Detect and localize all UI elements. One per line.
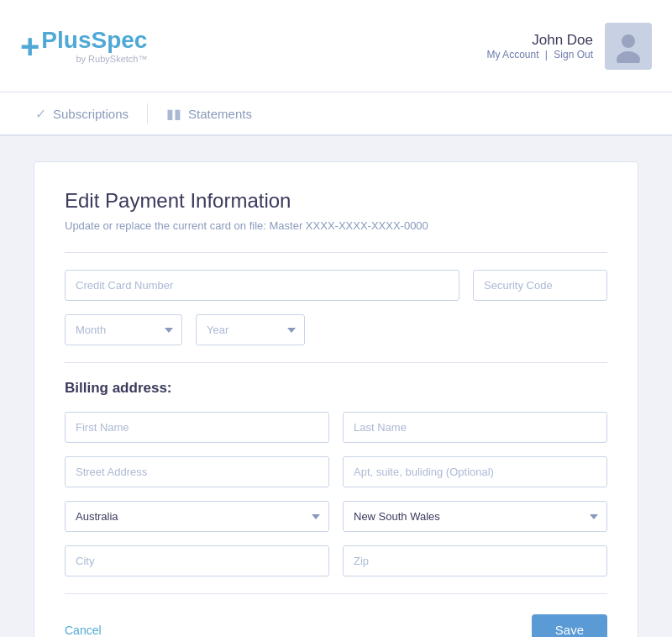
page-title: Edit Payment Information xyxy=(65,189,607,213)
month-group: Month January February March April May J… xyxy=(65,314,182,345)
year-select[interactable]: Year 2024 2025 2026 2027 2028 2029 xyxy=(196,314,305,345)
last-name-input[interactable] xyxy=(343,412,607,443)
month-select[interactable]: Month January February March April May J… xyxy=(65,314,182,345)
city-group xyxy=(65,545,329,576)
user-name: John Doe xyxy=(486,32,593,49)
card-number-row xyxy=(65,270,607,301)
name-row xyxy=(65,412,607,443)
tab-subscriptions-label: Subscriptions xyxy=(53,107,129,121)
security-code-input[interactable] xyxy=(473,270,607,301)
first-name-input[interactable] xyxy=(65,412,329,443)
form-container: Edit Payment Information Update or repla… xyxy=(34,161,638,637)
country-select[interactable]: Australia Other xyxy=(65,501,329,532)
apt-group xyxy=(343,456,607,487)
header: + PlusSpec by RubySketch™ John Doe My Ac… xyxy=(0,0,672,92)
first-name-group xyxy=(65,412,329,443)
section-divider-3 xyxy=(65,593,607,594)
user-info: John Doe My Account | Sign Out xyxy=(486,32,593,61)
billing-title: Billing address: xyxy=(65,380,607,397)
form-actions: Cancel Save xyxy=(65,614,607,637)
link-divider: | xyxy=(545,49,548,61)
section-divider-2 xyxy=(65,362,607,363)
city-zip-row xyxy=(65,545,607,576)
street-group xyxy=(65,456,329,487)
tab-statements-label: Statements xyxy=(188,107,252,121)
subscriptions-icon: ✓ xyxy=(35,106,46,122)
statements-icon: ▮▮ xyxy=(166,106,181,122)
main-content: Edit Payment Information Update or repla… xyxy=(0,136,672,637)
avatar xyxy=(605,23,652,70)
apt-input[interactable] xyxy=(343,456,607,487)
user-links: My Account | Sign Out xyxy=(486,49,593,61)
country-group: Australia Other xyxy=(65,501,329,532)
svg-point-1 xyxy=(617,51,640,63)
country-state-row: Australia Other New South Wales Victoria… xyxy=(65,501,607,532)
svg-point-0 xyxy=(622,34,635,48)
logo-plus-icon: + xyxy=(20,29,39,63)
credit-card-input[interactable] xyxy=(65,270,459,301)
tab-subscriptions[interactable]: ✓ Subscriptions xyxy=(20,94,144,135)
my-account-link[interactable]: My Account xyxy=(486,49,538,61)
state-select[interactable]: New South Wales Victoria Queensland West… xyxy=(343,501,607,532)
year-group: Year 2024 2025 2026 2027 2028 2029 xyxy=(196,314,305,345)
logo: + PlusSpec by RubySketch™ xyxy=(20,29,147,64)
security-code-group xyxy=(473,270,607,301)
page-subtitle: Update or replace the current card on fi… xyxy=(65,219,607,232)
street-row xyxy=(65,456,607,487)
user-area: John Doe My Account | Sign Out xyxy=(486,23,652,70)
zip-input[interactable] xyxy=(343,545,607,576)
cancel-link[interactable]: Cancel xyxy=(65,624,102,637)
zip-group xyxy=(343,545,607,576)
section-divider-1 xyxy=(65,252,607,253)
expiry-row: Month January February March April May J… xyxy=(65,314,607,345)
sign-out-link[interactable]: Sign Out xyxy=(554,49,593,61)
nav-tabs: ✓ Subscriptions ▮▮ Statements xyxy=(0,92,672,136)
save-button[interactable]: Save xyxy=(532,614,607,637)
city-input[interactable] xyxy=(65,545,329,576)
card-number-group xyxy=(65,270,459,301)
state-group: New South Wales Victoria Queensland West… xyxy=(343,501,607,532)
tab-statements[interactable]: ▮▮ Statements xyxy=(151,94,267,135)
nav-divider xyxy=(147,103,148,124)
logo-sub-text: by RubySketch™ xyxy=(41,54,147,64)
last-name-group xyxy=(343,412,607,443)
logo-main-text: PlusSpec xyxy=(41,29,147,52)
street-input[interactable] xyxy=(65,456,329,487)
logo-text: PlusSpec by RubySketch™ xyxy=(41,29,147,64)
